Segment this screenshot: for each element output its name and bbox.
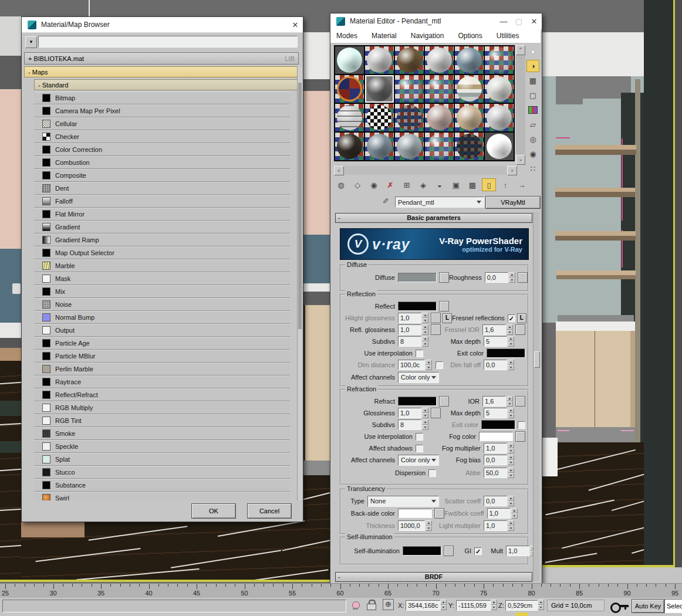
map-list-item[interactable]: Particle MBlur bbox=[34, 350, 290, 363]
library-header[interactable]: + BIBLIOTEKA.mat LIB bbox=[24, 52, 299, 65]
roughness-field[interactable]: 0,0 bbox=[485, 272, 508, 283]
thickness-field[interactable]: 1000,0 bbox=[398, 520, 425, 531]
map-list-item[interactable]: Color Correction bbox=[34, 143, 290, 156]
assign-material-to-selection-button[interactable]: ◉ bbox=[367, 178, 381, 191]
refr-exit-color-checkbox[interactable] bbox=[518, 421, 525, 429]
map-list-item[interactable]: Splat bbox=[34, 453, 290, 466]
cancel-button[interactable]: Cancel bbox=[247, 503, 292, 519]
scatter-coeff-spinner[interactable]: ▲▼ bbox=[508, 496, 514, 506]
sample-slot[interactable] bbox=[335, 46, 364, 74]
sample-slot[interactable] bbox=[425, 75, 454, 103]
dim-fall-off-field[interactable]: 0,0 bbox=[484, 360, 507, 370]
sample-slot[interactable] bbox=[335, 104, 364, 131]
self-illumination-map-button[interactable] bbox=[444, 546, 454, 556]
backlight-button[interactable]: ◑ bbox=[526, 60, 539, 72]
y-coordinate-field[interactable]: -1115,059 bbox=[456, 600, 491, 611]
sample-slot[interactable] bbox=[425, 46, 454, 74]
z-coordinate-field[interactable]: 0,529cm bbox=[505, 600, 538, 611]
diffuse-color-swatch[interactable] bbox=[398, 273, 437, 282]
browser-scrollbar[interactable] bbox=[297, 66, 302, 500]
sample-slot[interactable] bbox=[395, 104, 424, 131]
map-list-item[interactable]: Marble bbox=[34, 259, 290, 272]
map-list-item[interactable]: Perlin Marble bbox=[34, 363, 290, 375]
menu-modes[interactable]: Modes bbox=[336, 32, 357, 40]
sample-slot[interactable] bbox=[365, 75, 394, 103]
max-depth-spinner[interactable]: ▲▼ bbox=[508, 336, 514, 347]
fresnel-ior-spinner[interactable]: ▲▼ bbox=[507, 324, 513, 335]
hilight-glossiness-spinner[interactable]: ▲▼ bbox=[422, 313, 428, 323]
subdivs-spinner[interactable]: ▲▼ bbox=[422, 336, 428, 347]
ior-spinner[interactable]: ▲▼ bbox=[507, 396, 513, 407]
close-icon[interactable]: ✕ bbox=[288, 21, 303, 29]
thickness-spinner[interactable]: ▲▼ bbox=[426, 520, 432, 531]
back-side-color-swatch[interactable] bbox=[398, 509, 432, 518]
sample-slot[interactable] bbox=[395, 75, 424, 103]
gi-checkbox[interactable] bbox=[474, 547, 482, 555]
max-depth-field[interactable]: 5 bbox=[484, 336, 507, 347]
sample-slot[interactable] bbox=[365, 46, 394, 74]
scroll-left-icon[interactable]: ‹ bbox=[334, 166, 344, 175]
menu-utilities[interactable]: Utilities bbox=[497, 32, 519, 40]
fwd-bck-coeff-spinner[interactable]: ▲▼ bbox=[511, 508, 518, 519]
map-list-item[interactable]: Map Output Selector bbox=[34, 246, 290, 259]
ior-field[interactable]: 1,6 bbox=[482, 396, 506, 407]
fresnel-reflections-checkbox[interactable] bbox=[508, 314, 515, 322]
glossiness-spinner[interactable]: ▲▼ bbox=[422, 408, 428, 418]
put-to-library-button[interactable]: ◒ bbox=[433, 178, 447, 191]
show-end-result-button[interactable]: ▯ bbox=[482, 178, 496, 191]
go-to-parent-button[interactable]: ↑ bbox=[498, 178, 512, 191]
dim-distance-field[interactable]: 100,0c bbox=[398, 360, 425, 370]
scroll-right-icon[interactable]: › bbox=[507, 166, 517, 175]
map-list-item[interactable]: Composite bbox=[34, 169, 290, 182]
go-forward-to-sibling-button[interactable]: → bbox=[515, 178, 529, 191]
map-list-item[interactable]: Cellular bbox=[34, 117, 290, 130]
select-by-material-button[interactable]: ◉ bbox=[526, 148, 539, 160]
map-list-item[interactable]: Particle Age bbox=[34, 337, 290, 350]
video-color-check-button[interactable] bbox=[526, 104, 539, 116]
fresnel-lock-button[interactable]: L bbox=[517, 313, 526, 323]
self-illumination-swatch[interactable] bbox=[403, 546, 441, 556]
back-side-map-button[interactable] bbox=[434, 508, 444, 519]
map-list-item[interactable]: Swirl bbox=[34, 492, 290, 500]
sample-slot[interactable] bbox=[485, 104, 514, 131]
affect-shadows-checkbox[interactable] bbox=[416, 445, 423, 452]
fog-color-map-button[interactable] bbox=[515, 431, 525, 442]
refr-subdivs-field[interactable]: 8 bbox=[398, 419, 421, 430]
sample-slot[interactable] bbox=[395, 46, 424, 74]
map-list-item[interactable]: Output bbox=[34, 324, 290, 337]
map-list-item[interactable]: Dent bbox=[34, 182, 290, 195]
hilight-lock-button[interactable]: L bbox=[443, 313, 452, 323]
browser-titlebar[interactable]: Material/Map Browser ✕ bbox=[22, 17, 303, 33]
make-material-copy-button[interactable]: ⊞ bbox=[400, 178, 414, 191]
refr-max-depth-field[interactable]: 5 bbox=[484, 408, 507, 418]
highlight-toggle[interactable] bbox=[515, 612, 528, 616]
material-map-navigator-button[interactable]: ∷ bbox=[526, 163, 539, 175]
abbe-field[interactable]: 50,0 bbox=[484, 468, 507, 478]
reflect-map-button[interactable] bbox=[439, 301, 449, 312]
map-list-item[interactable]: Reflect/Refract bbox=[34, 388, 290, 401]
sample-slot[interactable] bbox=[485, 46, 514, 74]
material-name-select[interactable]: Pendant_mtl bbox=[395, 197, 484, 208]
make-preview-button[interactable]: ▱ bbox=[526, 119, 539, 131]
sample-vscrollbar[interactable]: ⌃ ⌄ bbox=[516, 45, 525, 164]
refr-exit-color-swatch[interactable] bbox=[481, 420, 515, 429]
material-type-button[interactable]: VRayMtl bbox=[485, 196, 541, 209]
abbe-spinner[interactable]: ▲▼ bbox=[508, 468, 514, 478]
search-input[interactable] bbox=[38, 36, 298, 48]
selection-lock-icon[interactable] bbox=[367, 604, 376, 610]
map-list-item[interactable]: Checker bbox=[34, 130, 290, 143]
track-bar[interactable]: 253035404550556065707580859095 bbox=[0, 583, 682, 598]
sample-slot[interactable] bbox=[425, 133, 454, 160]
affect-channels-select[interactable]: Color only bbox=[398, 372, 439, 383]
sample-type-button[interactable]: ● bbox=[526, 45, 539, 57]
pick-material-icon[interactable]: ✎ bbox=[381, 198, 390, 204]
reset-map-button[interactable]: ✗ bbox=[383, 178, 397, 191]
refr-use-interpolation-checkbox[interactable] bbox=[416, 433, 423, 441]
transform-gizmo-icon[interactable]: ⊕ bbox=[383, 599, 394, 610]
refl-glossiness-map-button[interactable] bbox=[431, 324, 441, 335]
maps-group-header[interactable]: - Maps bbox=[24, 66, 299, 77]
map-list-item[interactable]: Smoke bbox=[34, 427, 290, 440]
fresnel-ior-map-button[interactable] bbox=[515, 324, 525, 335]
panel-scrollbar[interactable] bbox=[533, 212, 539, 581]
sample-slot[interactable] bbox=[485, 133, 514, 160]
